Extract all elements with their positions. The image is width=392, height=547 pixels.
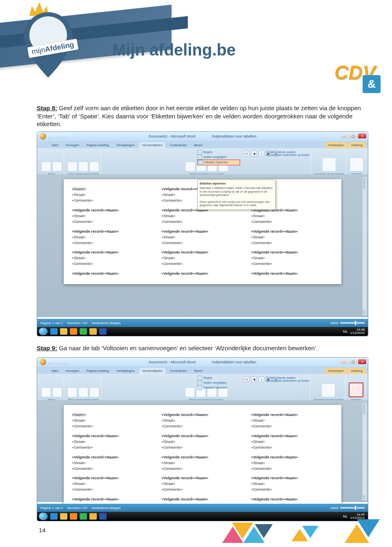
samenvoegvelden-markeren-icon[interactable] — [185, 387, 195, 397]
link-regels[interactable]: Regels — [203, 376, 212, 380]
tab-ontwerpen[interactable]: Ontwerpen — [325, 142, 347, 148]
tab-beeld[interactable]: Beeld — [192, 368, 205, 374]
status-taal[interactable]: Nederlands (België) — [92, 321, 121, 325]
tab-verzendlijsten[interactable]: Verzendlijsten — [139, 368, 165, 374]
adreslijst-bewerken-icon[interactable] — [89, 162, 99, 171]
taskbar-ie-icon[interactable] — [50, 513, 58, 520]
window-maximize-icon[interactable]: ▢ — [349, 359, 357, 364]
velden-vergelijken-icon[interactable] — [197, 155, 202, 160]
start-button-icon[interactable] — [39, 513, 48, 520]
voltooien-samenvoegen-icon[interactable] — [350, 158, 363, 171]
taskbar-outlook-icon[interactable] — [89, 513, 97, 520]
window-minimize-icon[interactable]: – — [340, 133, 348, 138]
window-maximize-icon[interactable]: ▢ — [349, 133, 357, 138]
nav-prev-icon[interactable]: ◀ — [251, 376, 257, 382]
tab-controleren[interactable]: Controleren — [167, 142, 190, 148]
field-gemeente: «Gemeente» — [161, 467, 183, 471]
etiketten-bijwerken-icon[interactable] — [198, 160, 203, 165]
adressen-selecteren-icon[interactable] — [78, 387, 88, 397]
voltooien-samenvoegen-button[interactable] — [349, 382, 363, 397]
nav-first-icon[interactable]: N — [244, 376, 249, 382]
qat-save-icon[interactable] — [48, 133, 53, 139]
vertical-scrollbar[interactable] — [362, 402, 367, 500]
taskbar-clock[interactable]: 14:48 1/12/2014 — [350, 328, 366, 335]
preview-result-icon[interactable] — [322, 158, 336, 171]
field-gemeente: «Gemeente» — [251, 220, 272, 224]
start-button-icon[interactable] — [39, 328, 48, 335]
tab-verwijzingen[interactable]: Verwijzingen — [114, 142, 138, 148]
field-next-naam: «Volgende record»«Naam» — [72, 229, 119, 233]
preview-result-icon[interactable] — [321, 383, 335, 397]
field-straat: «Straat» — [251, 461, 265, 465]
tab-ontwerpen[interactable]: Ontwerpen — [325, 368, 347, 374]
word-tools-title: Hulpmiddelen voor tabellen — [212, 360, 256, 364]
link-auto-controleren[interactable]: Automatisch controleren op fouten — [266, 153, 310, 156]
tab-start[interactable]: Start — [49, 142, 61, 148]
tab-beeld[interactable]: Beeld — [192, 142, 205, 148]
taskbar-chrome-icon[interactable] — [80, 328, 87, 335]
window-close-icon[interactable]: ✕ — [358, 359, 366, 364]
vertical-scrollbar[interactable] — [362, 177, 367, 316]
regels-icon[interactable] — [197, 376, 202, 380]
taskbar-word-icon[interactable] — [99, 513, 107, 520]
taskbar-explorer-icon[interactable] — [60, 328, 67, 335]
samenvoegen-starten-icon[interactable] — [67, 387, 77, 397]
qat-undo-icon[interactable] — [55, 133, 61, 139]
link-etiketten-bijwerken[interactable]: Etiketten bijwerken — [204, 160, 228, 165]
link-zoek-geadresseerde[interactable]: Geadresseerde zoeken — [266, 151, 310, 153]
window-close-icon[interactable]: ✕ — [358, 133, 366, 138]
status-taal[interactable]: Nederlands (België) — [92, 506, 121, 510]
tab-indeling[interactable]: Indeling — [348, 368, 365, 374]
samenvoegvelden-markeren-icon[interactable] — [185, 162, 195, 171]
window-minimize-icon[interactable]: – — [340, 359, 348, 364]
qat-save-icon[interactable] — [48, 359, 53, 365]
qat-undo-icon[interactable] — [55, 359, 61, 365]
tab-paginaindeling[interactable]: Pagina-indeling — [84, 142, 112, 148]
link-auto-controleren[interactable]: Automatisch controleren op fouten — [266, 379, 310, 382]
link-zoek-geadresseerde[interactable]: Geadresseerde zoeken — [266, 376, 310, 379]
office-orb-icon[interactable] — [40, 359, 46, 365]
screenshot-2: Document1 - Microsoft Word Hulpmiddelen … — [37, 357, 368, 521]
taskbar-ie-icon[interactable] — [50, 328, 58, 335]
office-orb-icon[interactable] — [40, 133, 46, 140]
taskbar-explorer-icon[interactable] — [60, 513, 67, 520]
nav-page: 1 — [258, 151, 264, 156]
etiketten-bijwerken-icon[interactable] — [197, 385, 202, 390]
taskbar-chrome-icon[interactable] — [80, 513, 87, 520]
etiketten-icon[interactable] — [52, 162, 62, 171]
link-velden-vergelijken[interactable]: Velden vergelijken — [203, 155, 227, 159]
adreslijst-bewerken-icon[interactable] — [89, 387, 99, 397]
word-doc-title: Document1 - Microsoft Word — [149, 360, 195, 364]
tab-invoegen[interactable]: Invoegen — [63, 142, 82, 148]
qat-redo-icon[interactable] — [62, 133, 68, 139]
etiketten-icon[interactable] — [52, 387, 62, 397]
taskbar-media-icon[interactable] — [70, 328, 77, 335]
tray-lang[interactable]: NL — [343, 329, 348, 334]
tab-paginaindeling[interactable]: Pagina-indeling — [84, 368, 112, 374]
tab-controleren[interactable]: Controleren — [167, 368, 190, 374]
link-velden-vergelijken[interactable]: Velden vergelijken — [203, 381, 227, 385]
qat-redo-icon[interactable] — [62, 359, 68, 365]
tab-verwijzingen[interactable]: Verwijzingen — [114, 368, 138, 374]
taskbar-word-icon[interactable] — [99, 328, 107, 335]
word-titlebar: Document1 - Microsoft Word Hulpmiddelen … — [37, 132, 368, 141]
link-etiketten-bijwerken[interactable]: Etiketten bijwerken — [203, 386, 227, 390]
velden-vergelijken-icon[interactable] — [197, 380, 202, 385]
nav-prev-icon[interactable]: ◀ — [251, 151, 257, 156]
samenvoegen-starten-icon[interactable] — [67, 162, 77, 171]
enveloppen-icon[interactable] — [41, 162, 51, 171]
tab-verzendlijsten[interactable]: Verzendlijsten — [139, 142, 165, 148]
taskbar-media-icon[interactable] — [70, 513, 77, 520]
adressen-selecteren-icon[interactable] — [78, 162, 88, 171]
tab-invoegen[interactable]: Invoegen — [63, 368, 82, 374]
regels-icon[interactable] — [197, 150, 202, 155]
field-straat: «Straat» — [161, 482, 175, 486]
tab-start[interactable]: Start — [49, 368, 61, 374]
enveloppen-icon[interactable] — [41, 387, 51, 397]
zoom-slider[interactable] — [340, 507, 365, 509]
taskbar-outlook-icon[interactable] — [89, 328, 97, 335]
nav-first-icon[interactable]: N — [244, 151, 249, 156]
zoom-slider[interactable] — [340, 322, 365, 324]
tab-indeling[interactable]: Indeling — [348, 142, 365, 148]
link-regels[interactable]: Regels — [203, 150, 212, 154]
